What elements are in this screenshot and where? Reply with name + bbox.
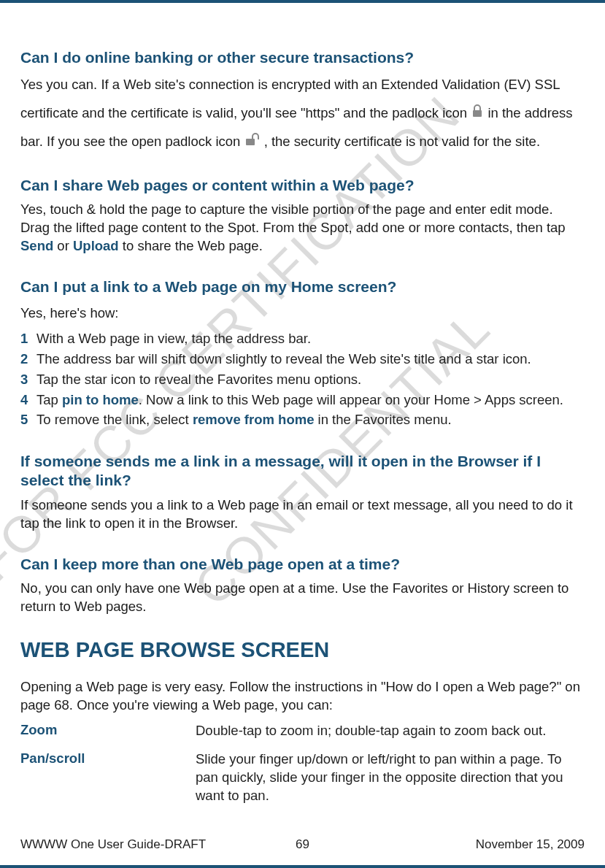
def-pan: Slide your finger up/down or left/right …: [196, 750, 585, 805]
text: in the Favorites menu.: [314, 412, 451, 427]
paragraph: If someone sends you a link to a Web pag…: [20, 496, 585, 533]
step-text: With a Web page in view, tap the address…: [36, 329, 585, 349]
text: Yes you can. If a Web site's connection …: [20, 77, 560, 92]
page: PREPARED FOR FCC CERTIFICATION CONFIDENT…: [0, 0, 605, 868]
svg-rect-1: [246, 139, 255, 145]
list-item: 1 With a Web page in view, tap the addre…: [20, 329, 585, 349]
open-padlock-icon: [244, 130, 261, 153]
def-zoom: Double-tap to zoom in; double-tap again …: [196, 722, 585, 740]
heading-share-pages: Can I share Web pages or content within …: [20, 176, 585, 195]
text: Tap: [36, 392, 62, 407]
step-text: To remove the link, select remove from h…: [36, 410, 585, 430]
send-label: Send: [20, 238, 53, 253]
step-number: 4: [20, 390, 36, 410]
footer-page-number: 69: [296, 837, 309, 852]
paragraph: Yes you can. If a Web site's connection …: [20, 73, 585, 96]
step-number: 5: [20, 410, 36, 430]
term-zoom: Zoom: [20, 722, 196, 740]
text: certificate and the certificate is valid…: [20, 105, 471, 120]
step-text: Tap the star icon to reveal the Favorite…: [36, 369, 585, 390]
text: Yes, touch & hold the page to capture th…: [20, 201, 566, 235]
paragraph: Opening a Web page is very easy. Follow …: [20, 678, 585, 715]
steps-list: 1 With a Web page in view, tap the addre…: [20, 329, 585, 430]
text: To remove the link, select: [36, 412, 193, 427]
text: , the security certificate is not valid …: [264, 134, 540, 149]
footer-title: WWWW One User Guide-DRAFT: [20, 837, 206, 852]
footer-date: November 15, 2009: [476, 837, 585, 852]
step-number: 1: [20, 329, 36, 349]
svg-rect-0: [473, 110, 482, 117]
text: in the address: [488, 105, 572, 120]
paragraph: Yes, here's how:: [20, 303, 585, 323]
list-item: 2 The address bar will shift down slight…: [20, 349, 585, 369]
closed-padlock-icon: [471, 101, 484, 125]
paragraph: No, you can only have one Web page open …: [20, 580, 585, 616]
list-item: 4 Tap pin to home. Now a link to this We…: [20, 390, 585, 410]
text: . Now a link to this Web page will appea…: [139, 392, 563, 407]
list-item: 5 To remove the link, select remove from…: [20, 410, 585, 430]
paragraph: bar. If you see the open padlock icon , …: [20, 130, 585, 154]
step-text: Tap pin to home. Now a link to this Web …: [36, 390, 585, 410]
heading-link-in-message: If someone sends me a link in a message,…: [20, 452, 585, 491]
step-number: 2: [20, 349, 36, 369]
remove-from-home-label: remove from home: [193, 412, 315, 427]
definition-row-zoom: Zoom Double-tap to zoom in; double-tap a…: [20, 722, 585, 740]
text: bar. If you see the open padlock icon: [20, 134, 244, 149]
page-content: Can I do online banking or other secure …: [20, 48, 585, 805]
term-pan: Pan/scroll: [20, 750, 196, 805]
definition-row-pan: Pan/scroll Slide your finger up/down or …: [20, 750, 585, 805]
text: or: [53, 238, 73, 253]
heading-link-home: Can I put a link to a Web page on my Hom…: [20, 277, 585, 296]
page-footer: WWWW One User Guide-DRAFT 69 November 15…: [20, 837, 585, 852]
step-text: The address bar will shift down slightly…: [36, 349, 585, 369]
paragraph: certificate and the certificate is valid…: [20, 101, 585, 126]
heading-secure-transactions: Can I do online banking or other secure …: [20, 48, 585, 67]
heading-browse-screen: WEB PAGE BROWSE SCREEN: [20, 638, 585, 662]
paragraph: Yes, touch & hold the page to capture th…: [20, 201, 585, 256]
pin-to-home-label: pin to home: [62, 392, 139, 407]
text: to share the Web page.: [119, 238, 263, 253]
list-item: 3 Tap the star icon to reveal the Favori…: [20, 369, 585, 390]
heading-multiple-pages: Can I keep more than one Web page open a…: [20, 555, 585, 574]
step-number: 3: [20, 369, 36, 390]
upload-label: Upload: [73, 238, 119, 253]
